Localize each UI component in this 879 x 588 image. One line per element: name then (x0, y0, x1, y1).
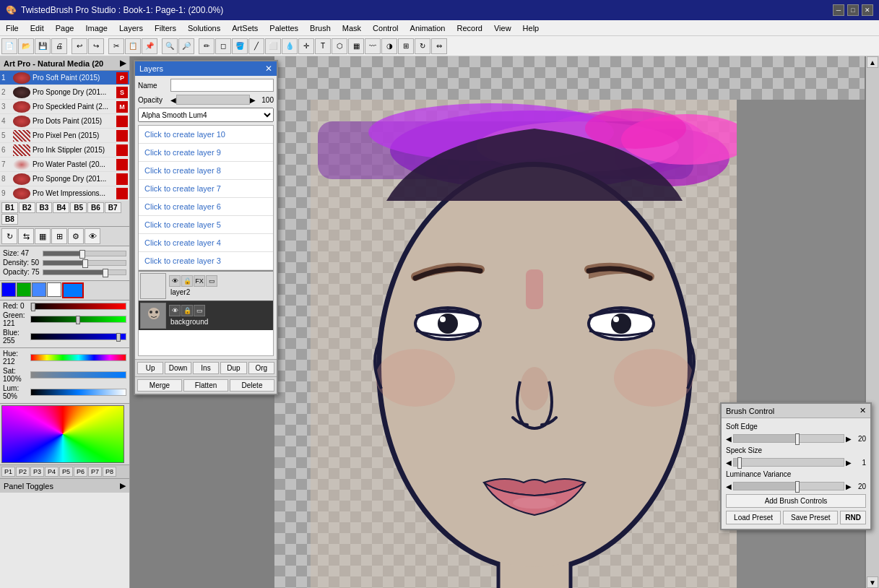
layer-create-10[interactable]: Click to create layer 10 (139, 126, 273, 144)
bs-btn-b5[interactable]: B5 (70, 202, 87, 213)
menu-record[interactable]: Record (451, 22, 488, 34)
toolbar-shape[interactable]: ⬡ (332, 38, 347, 54)
layer-2-fx[interactable]: FX (194, 275, 205, 287)
menu-layers[interactable]: Layers (113, 22, 149, 34)
layer-up-button[interactable]: Up (137, 362, 163, 374)
layer-down-button[interactable]: Down (165, 362, 191, 374)
brush-item-2[interactable]: 2 Pro Sponge Dry (201... S (0, 85, 129, 100)
toolbar-select[interactable]: ◻ (215, 38, 231, 54)
toolbar-fill[interactable]: 🪣 (232, 38, 248, 54)
brush-control-close-button[interactable]: ✕ (859, 406, 866, 415)
soft-edge-increase[interactable]: ▶ (846, 435, 852, 443)
load-preset-button[interactable]: Load Preset (726, 511, 781, 524)
palette-p3[interactable]: P3 (30, 467, 44, 477)
layer-org-button[interactable]: Org (248, 362, 274, 374)
sat-slider[interactable] (30, 371, 126, 379)
layer-create-5[interactable]: Click to create layer 5 (139, 216, 273, 234)
layer-bg-lock[interactable]: 🔒 (181, 305, 193, 316)
palette-p4[interactable]: P4 (45, 467, 59, 477)
lum-variance-decrease[interactable]: ◀ (726, 483, 732, 490)
color-wheel[interactable] (1, 405, 124, 463)
menu-control[interactable]: Control (367, 22, 404, 34)
brush-item-8[interactable]: 8 Pro Sponge Dry (201... (0, 172, 129, 186)
brush-item-3[interactable]: 3 Pro Speckled Paint (2... M (0, 100, 129, 114)
opacity-increase-button[interactable]: ▶ (250, 96, 256, 104)
density-slider[interactable] (43, 260, 126, 266)
swatch-green[interactable] (17, 282, 31, 297)
layer-list[interactable]: Click to create layer 10 Click to create… (138, 125, 274, 356)
palette-p2[interactable]: P2 (16, 467, 30, 477)
lum-variance-slider[interactable] (733, 482, 844, 490)
toolbar-paste[interactable]: 📌 (142, 38, 157, 54)
toolbar-brush-tool[interactable]: ✏ (199, 38, 215, 54)
swatch-white[interactable] (47, 282, 61, 297)
layer-dup-button[interactable]: Dup (220, 362, 246, 374)
brush-item-1[interactable]: 1 Pro Soft Paint (2015) P (0, 71, 129, 85)
brush-set-arrow[interactable]: ▶ (120, 59, 126, 68)
green-slider[interactable] (30, 316, 126, 323)
add-brush-controls-button[interactable]: Add Brush Controls (726, 494, 866, 508)
toolbar-pattern[interactable]: ▦ (348, 38, 364, 54)
palette-p8[interactable]: P8 (103, 467, 116, 477)
layers-close-button[interactable]: ✕ (265, 64, 272, 74)
layer-name-input[interactable] (170, 79, 274, 92)
menu-help[interactable]: Help (517, 22, 545, 34)
rnd-button[interactable]: RND (840, 511, 866, 524)
speck-size-increase[interactable]: ▶ (846, 459, 852, 467)
menu-file[interactable]: File (0, 22, 25, 34)
toolbar-move[interactable]: ✛ (298, 38, 314, 54)
panel-toggles-arrow[interactable]: ▶ (120, 481, 126, 490)
save-preset-button[interactable]: Save Preset (783, 511, 838, 524)
layer-create-8[interactable]: Click to create layer 8 (139, 162, 273, 180)
menu-animation[interactable]: Animation (404, 22, 451, 34)
toolbar-dodge[interactable]: ◑ (381, 38, 397, 54)
tool-flip[interactable]: ⇆ (18, 228, 34, 244)
toolbar-crop[interactable]: ⊞ (398, 38, 414, 54)
toolbar-save[interactable]: 💾 (35, 38, 51, 54)
menu-brush[interactable]: Brush (304, 22, 337, 34)
tool-grid[interactable]: ▦ (35, 228, 51, 244)
brush-item-4[interactable]: 4 Pro Dots Paint (2015) (0, 114, 129, 129)
toolbar-picker[interactable]: 💧 (282, 38, 298, 54)
layer-2-eye[interactable]: 👁 (169, 275, 181, 287)
layer-create-7[interactable]: Click to create layer 7 (139, 180, 273, 198)
brush-item-5[interactable]: 5 Pro Pixel Pen (2015) (0, 129, 129, 143)
toolbar-line[interactable]: ╱ (248, 38, 264, 54)
bs-btn-b8[interactable]: B8 (1, 214, 18, 225)
menu-solutions[interactable]: Solutions (182, 22, 226, 34)
swatch-light-blue[interactable] (32, 282, 46, 297)
lum-variance-increase[interactable]: ▶ (846, 483, 852, 490)
layer-ins-button[interactable]: Ins (193, 362, 219, 374)
layer-2[interactable]: 👁 🔒 FX ▭ layer2 (139, 270, 273, 301)
layer-create-9[interactable]: Click to create layer 9 (139, 144, 273, 162)
toolbar-smudge[interactable]: 〰 (365, 38, 381, 54)
toolbar-open[interactable]: 📂 (18, 38, 34, 54)
menu-mask[interactable]: Mask (337, 22, 367, 34)
maximize-button[interactable]: □ (847, 4, 859, 16)
layer-flatten-button[interactable]: Flatten (183, 379, 228, 392)
tool-mirror2[interactable]: ⊞ (51, 228, 67, 244)
layer-background[interactable]: 👁 🔒 ▭ background (139, 301, 273, 330)
brush-item-7[interactable]: 7 Pro Water Pastel (20... (0, 157, 129, 172)
menu-image[interactable]: Image (79, 22, 113, 34)
speck-size-decrease[interactable]: ◀ (726, 459, 732, 467)
blend-mode-select[interactable]: Alpha Smooth Lum4 Normal Multiply Screen… (138, 108, 274, 122)
lum-slider[interactable] (30, 389, 126, 396)
tool-settings[interactable]: ⚙ (68, 228, 84, 244)
blue-slider[interactable] (30, 333, 126, 340)
panel-toggles-bar[interactable]: Panel Toggles ▶ (0, 478, 129, 493)
bs-btn-b7[interactable]: B7 (105, 202, 121, 213)
layer-bg-fx[interactable]: ▭ (194, 305, 205, 316)
toolbar-copy[interactable]: 📋 (125, 38, 141, 54)
toolbar-mirror[interactable]: ⇔ (431, 38, 447, 54)
brush-item-6[interactable]: 6 Pro Ink Stippler (2015) (0, 143, 129, 157)
toolbar-zoom-out[interactable]: 🔎 (178, 38, 194, 54)
menu-filters[interactable]: Filters (149, 22, 182, 34)
scroll-down-button[interactable]: ▼ (867, 576, 878, 588)
brush-item-9[interactable]: 9 Pro Wet Impressions... (0, 186, 129, 201)
layer-create-6[interactable]: Click to create layer 6 (139, 198, 273, 216)
palette-p7[interactable]: P7 (88, 467, 102, 477)
tool-eye[interactable]: 👁 (85, 228, 100, 244)
menu-page[interactable]: Page (50, 22, 80, 34)
bs-btn-b2[interactable]: B2 (19, 202, 35, 213)
